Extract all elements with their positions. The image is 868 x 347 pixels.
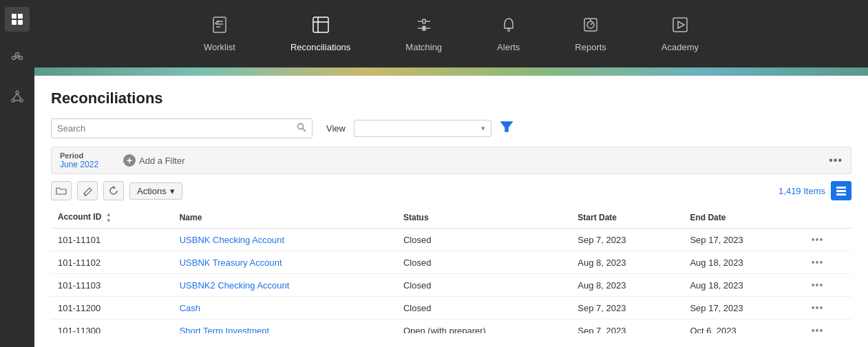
col-actions: [805, 207, 851, 229]
account-name-link[interactable]: Short Term Investment: [180, 326, 270, 334]
row-more-button[interactable]: •••: [812, 325, 824, 333]
search-box[interactable]: [51, 118, 313, 138]
period-value[interactable]: June 2022: [60, 160, 98, 169]
folder-icon-button[interactable]: [51, 181, 72, 200]
reconciliations-icon: [312, 16, 330, 38]
cell-end-date: Sep 17, 2023: [683, 297, 804, 319]
items-count: 1,419 Items: [779, 186, 825, 196]
cell-status: Closed: [396, 297, 571, 319]
decorative-banner: [34, 67, 868, 76]
nav-reconciliations[interactable]: Reconciliations: [284, 10, 357, 58]
cell-end-date: Oct 6, 2023: [683, 319, 804, 334]
svg-point-27: [507, 29, 509, 31]
svg-rect-21: [313, 17, 328, 32]
svg-rect-17: [213, 17, 226, 32]
svg-line-9: [14, 56, 17, 57]
account-name-link[interactable]: USBNK Checking Account: [180, 235, 284, 245]
col-end-date: End Date: [683, 207, 804, 229]
sidebar-icon-chart[interactable]: [5, 45, 30, 70]
row-more-button[interactable]: •••: [812, 302, 824, 313]
nav-alerts[interactable]: Alerts: [490, 10, 527, 58]
main-area: Worklist Reconciliations: [34, 0, 868, 347]
actions-label: Actions: [137, 186, 167, 196]
filter-icon[interactable]: [500, 120, 514, 137]
cell-end-date: Aug 18, 2023: [683, 251, 804, 274]
chevron-down-icon: ▾: [481, 124, 485, 133]
search-icon[interactable]: [297, 123, 306, 134]
table-row: 101-11101 USBNK Checking Account Closed …: [51, 229, 851, 251]
svg-point-13: [20, 99, 23, 102]
svg-rect-38: [836, 190, 846, 192]
svg-rect-1: [18, 14, 23, 19]
cell-start-date: Sep 7, 2023: [571, 297, 683, 319]
actions-chevron-icon: ▾: [170, 186, 175, 196]
account-name-link[interactable]: USBNK2 Checking Account: [180, 280, 290, 291]
nav-academy-label: Academy: [661, 42, 699, 52]
cell-status: Closed: [396, 274, 571, 297]
sidebar-icon-nodes[interactable]: [5, 84, 30, 109]
cell-name[interactable]: USBNK Treasury Account: [173, 251, 396, 274]
cell-end-date: Aug 18, 2023: [683, 274, 804, 297]
edit-icon-button[interactable]: [77, 181, 98, 200]
actions-button[interactable]: Actions ▾: [129, 182, 182, 200]
reports-icon: [582, 16, 600, 38]
cell-account-id: 101-11103: [51, 274, 173, 297]
col-name: Name: [173, 207, 396, 229]
nav-worklist-label: Worklist: [204, 42, 235, 52]
row-more-button[interactable]: •••: [812, 280, 824, 291]
cell-name[interactable]: Short Term Investment: [173, 319, 396, 334]
cell-account-id: 101-11101: [51, 229, 173, 251]
cell-row-actions[interactable]: •••: [805, 319, 851, 334]
nav-reports[interactable]: Reports: [568, 10, 613, 58]
cell-account-id: 101-11102: [51, 251, 173, 274]
nav-academy[interactable]: Academy: [655, 10, 706, 58]
view-select[interactable]: ▾: [354, 120, 491, 137]
reconciliations-table: Account ID ▲▼ Name Status Start Date End…: [51, 207, 851, 333]
period-label: Period: [60, 151, 98, 160]
nav-reconciliations-label: Reconciliations: [290, 42, 350, 52]
cell-start-date: Sep 7, 2023: [571, 229, 683, 251]
cell-name[interactable]: Cash: [173, 297, 396, 319]
sort-icons[interactable]: ▲▼: [106, 211, 112, 224]
table-header-row: Account ID ▲▼ Name Status Start Date End…: [51, 207, 851, 229]
add-filter-button[interactable]: + Add a Filter: [123, 154, 184, 167]
svg-point-12: [12, 99, 14, 102]
nav-matching[interactable]: Matching: [399, 10, 449, 58]
plus-icon: +: [123, 154, 136, 167]
cell-start-date: Sep 7, 2023: [571, 319, 683, 334]
cell-row-actions[interactable]: •••: [805, 297, 851, 319]
nav-worklist[interactable]: Worklist: [197, 10, 242, 58]
refresh-icon-button[interactable]: [103, 181, 124, 200]
row-more-button[interactable]: •••: [812, 234, 824, 245]
table-row: 101-11102 USBNK Treasury Account Closed …: [51, 251, 851, 274]
row-more-button[interactable]: •••: [812, 257, 824, 268]
sidebar-icon-grid[interactable]: [5, 7, 30, 32]
worklist-icon: [211, 16, 229, 38]
account-name-link[interactable]: USBNK Treasury Account: [180, 257, 282, 268]
period-filter-row: Period June 2022 + Add a Filter •••: [51, 147, 851, 174]
cell-row-actions[interactable]: •••: [805, 274, 851, 297]
svg-point-7: [16, 53, 19, 56]
search-input[interactable]: [57, 123, 297, 134]
cell-row-actions[interactable]: •••: [805, 229, 851, 251]
cell-account-id: 101-11300: [51, 319, 173, 334]
content-area: Reconciliations View ▾: [34, 76, 868, 347]
cell-end-date: Sep 17, 2023: [683, 229, 804, 251]
list-view-toggle-button[interactable]: [831, 181, 851, 200]
svg-rect-2: [12, 20, 17, 25]
period-row-more-button[interactable]: •••: [829, 154, 843, 167]
col-start-date: Start Date: [571, 207, 683, 229]
account-name-link[interactable]: Cash: [180, 303, 200, 313]
sidebar: [0, 0, 34, 347]
cell-row-actions[interactable]: •••: [805, 251, 851, 274]
cell-status: Open (with preparer): [396, 319, 571, 334]
svg-point-11: [16, 91, 19, 94]
svg-point-33: [298, 124, 304, 129]
table-row: 101-11103 USBNK2 Checking Account Closed…: [51, 274, 851, 297]
svg-line-14: [13, 94, 17, 99]
cell-name[interactable]: USBNK Checking Account: [173, 229, 396, 251]
nav-matching-label: Matching: [405, 42, 442, 52]
cell-name[interactable]: USBNK2 Checking Account: [173, 274, 396, 297]
svg-rect-3: [18, 20, 23, 25]
svg-line-10: [17, 56, 21, 57]
